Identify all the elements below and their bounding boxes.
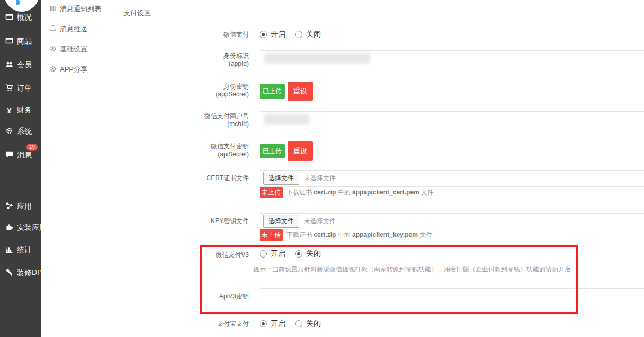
radio-label-on: 开启 (271, 30, 285, 38)
no-file-text: 未选择文件 (304, 217, 336, 226)
cert-file-hint: 未上传 下载证书 cert.zip 中的 appapiclient_cert.p… (260, 188, 434, 198)
key-hint-text: 下载证书 cert.zip 中的 appapiclient_key.pem 文件 (287, 230, 432, 240)
sidebar-item-label: 订单 (17, 84, 32, 93)
mch-id-input[interactable] (260, 111, 644, 127)
app-secret-reset-button[interactable]: 重设 (288, 82, 313, 101)
goods-icon (5, 37, 13, 46)
puzzle-icon (5, 223, 13, 233)
app-id-label: 身份标识 (appId) (110, 52, 249, 68)
cert-file-label: CERT证书文件 (110, 170, 249, 187)
sidebar-item-apps[interactable]: 应用 (5, 201, 32, 212)
members-icon (5, 60, 13, 70)
wechat-pay-label: 微信支付 (110, 31, 249, 38)
admin-page: 概况 商品 会员 订单 ¥ 财务 系统 消息 19 应用 (0, 0, 644, 337)
chat-bubble-icon (5, 150, 13, 160)
cert-hint-text: 下载证书 cert.zip 中的 appapiclient_cert.pem 文… (287, 188, 434, 197)
alipay-on-radio[interactable] (260, 320, 267, 327)
radio-label-on: 开启 (271, 249, 285, 258)
primary-sidebar: 概况 商品 会员 订单 ¥ 财务 系统 消息 19 应用 (0, 0, 41, 337)
choose-file-button[interactable]: 选择文件 (263, 172, 299, 185)
wechat-pay-off-radio[interactable] (295, 31, 302, 38)
app-secret-sublabel: (appSecret) (110, 91, 249, 99)
wechat-pay-v3-hint: 提示：当前设置只针对新版微信提现打款（商家转账到零钱功能），用着旧版（企业付款到… (253, 265, 571, 274)
avatar[interactable] (4, 0, 39, 12)
api-secret-sublabel: (apiSecret) (110, 150, 249, 158)
submenu-item-label: APP分享 (60, 65, 87, 74)
sidebar-item-label: 财务 (17, 105, 32, 115)
radio-label-off: 关闭 (306, 319, 321, 327)
sidebar-item-messages[interactable]: 消息 19 (5, 150, 32, 161)
app-id-field-wrap (260, 50, 644, 66)
api-secret-reset-button[interactable]: 重设 (288, 141, 313, 161)
list-bars-icon (49, 5, 57, 14)
apps-icon (5, 202, 13, 211)
submenu-item-label: 消息推送 (60, 24, 87, 34)
yen-icon: ¥ (5, 106, 13, 115)
apiv3-key-field-wrap (260, 288, 644, 304)
not-uploaded-badge: 未上传 (260, 187, 283, 198)
api-secret-controls: 已上传 重设 (260, 141, 313, 161)
sidebar-item-finance[interactable]: ¥ 财务 (5, 105, 32, 116)
sidebar-item-label: 商品 (17, 37, 32, 46)
sidebar-item-label: 系统 (17, 127, 32, 136)
bar-chart-icon (5, 245, 13, 255)
overview-icon (5, 13, 13, 22)
sidebar-item-overview[interactable]: 概况 (5, 12, 32, 23)
sidebar-item-statistics[interactable]: 统计 (5, 245, 32, 255)
cart-icon (5, 84, 13, 93)
secondary-sidebar: 消息通知列表 消息推送 基础设置 APP分享 (41, 0, 110, 337)
uploaded-badge: 已上传 (260, 144, 285, 158)
main-content: 支付设置 微信支付 开启关闭 身份标识 (appId) 身份密钥 (appSec… (110, 0, 644, 337)
sidebar-item-label: 装修DIY (17, 268, 44, 278)
mch-id-label: 微信支付商户号 (mchId) (110, 112, 249, 128)
wechat-pay-v3-on-radio[interactable] (260, 250, 267, 258)
redacted-value-blur (264, 53, 370, 64)
submenu-item-label: 基础设置 (60, 45, 87, 54)
alipay-off-radio[interactable] (295, 320, 302, 327)
sidebar-item-system[interactable]: 系统 (5, 126, 32, 137)
apiv3-key-label: ApiV3密钥 (110, 288, 249, 304)
sidebar-item-label: 会员 (17, 60, 32, 70)
apiv3-key-input[interactable] (260, 288, 644, 304)
wechat-pay-radio-group: 开启关闭 (260, 29, 330, 39)
bell-icon (49, 25, 57, 34)
wechat-pay-v3-radio-group: 开启关闭 (260, 249, 330, 259)
sidebar-item-label: 概况 (17, 13, 32, 22)
no-file-text: 未选择文件 (304, 174, 336, 183)
radio-label-off: 关闭 (306, 30, 321, 38)
wechat-pay-v3-off-radio[interactable] (295, 250, 302, 258)
sidebar-item-members[interactable]: 会员 (5, 60, 32, 70)
sidebar-item-label: 统计 (17, 245, 32, 255)
app-secret-label: 身份密钥 (appSecret) (110, 83, 249, 99)
message-count-badge: 19 (26, 144, 38, 151)
wechat-pay-on-radio[interactable] (260, 31, 267, 38)
redacted-value-blur (264, 114, 309, 125)
key-file-picker[interactable]: 选择文件 未选择文件 (260, 213, 644, 229)
app-secret-controls: 已上传 重设 (260, 82, 313, 101)
gear-icon (5, 127, 13, 136)
uploaded-badge: 已上传 (260, 84, 285, 99)
wechat-pay-v3-label: 微信支付V3 (110, 250, 249, 260)
gear-icon (49, 45, 57, 54)
sidebar-item-goods[interactable]: 商品 (5, 36, 32, 47)
submenu-item-basic-settings[interactable]: 基础设置 (49, 45, 87, 54)
radio-label-off: 关闭 (306, 249, 321, 258)
submenu-item-push[interactable]: 消息推送 (49, 24, 87, 34)
submenu-item-notify-list[interactable]: 消息通知列表 (49, 4, 101, 14)
gear-icon (49, 65, 57, 74)
choose-file-button[interactable]: 选择文件 (263, 215, 299, 228)
avatar-logo (16, 0, 20, 5)
sidebar-item-orders[interactable]: 订单 (5, 83, 32, 94)
cert-file-picker[interactable]: 选择文件 未选择文件 (260, 170, 644, 187)
hammer-icon (5, 268, 13, 278)
key-file-label: KEY密钥文件 (110, 213, 249, 229)
alipay-label: 支付宝支付 (110, 320, 249, 327)
sidebar-item-decorate-diy[interactable]: 装修DIY (5, 268, 44, 278)
submenu-item-label: 消息通知列表 (60, 4, 101, 14)
submenu-item-app-share[interactable]: APP分享 (49, 65, 87, 74)
mch-id-sublabel: (mchId) (110, 120, 249, 128)
mch-id-field-wrap (260, 111, 644, 127)
sidebar-item-label: 应用 (17, 202, 32, 211)
key-file-hint: 未上传 下载证书 cert.zip 中的 appapiclient_key.pe… (260, 230, 432, 240)
not-uploaded-badge: 未上传 (260, 229, 283, 241)
